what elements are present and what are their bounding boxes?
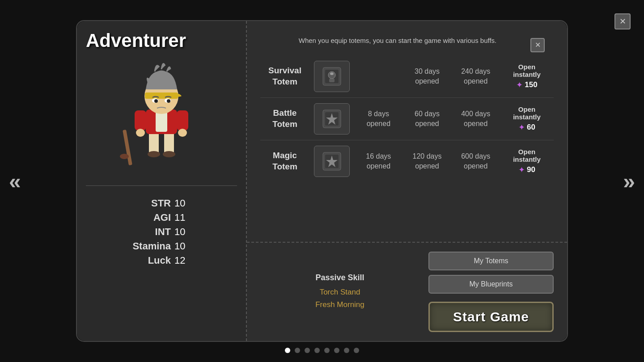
stat-value: 10 — [174, 226, 192, 238]
stat-row: INT 10 — [95, 226, 228, 238]
gem-icon: ✦ — [518, 122, 525, 132]
totem-table: SurvivalTotem 30 daysopened240 daysopene… — [260, 55, 554, 182]
right-buttons: My Totems My Blueprints Start Game — [428, 252, 554, 332]
close-button[interactable]: ✕ — [530, 38, 545, 52]
gem-row: ✦ 150 — [500, 80, 554, 90]
pagination-dot[interactable] — [354, 348, 359, 353]
character-art — [112, 60, 211, 177]
pagination-dot[interactable] — [314, 348, 320, 353]
my-blueprints-button[interactable]: My Blueprints — [428, 275, 554, 294]
modal-container: Adventurer — [76, 20, 568, 342]
stat-value: 10 — [174, 240, 192, 252]
stat-label: INT — [131, 226, 171, 238]
gem-count: 60 — [527, 123, 535, 132]
stat-value: 10 — [174, 198, 192, 209]
gem-icon: ✦ — [516, 80, 523, 90]
right-panel: When you equip totems, you can start the… — [247, 21, 567, 341]
svg-point-2 — [148, 151, 160, 157]
top-info-bar: When you equip totems, you can start the… — [260, 30, 554, 55]
totem-row: MagicTotem 16 daysopened120 daysopened60… — [260, 140, 554, 182]
open-instantly-label: Openinstantly — [500, 148, 554, 163]
svg-rect-5 — [156, 112, 167, 132]
stat-value: 12 — [174, 255, 192, 266]
pagination-dot[interactable] — [305, 348, 310, 353]
totem-name: MagicTotem — [260, 150, 309, 172]
outer-close-button[interactable]: ✕ — [614, 13, 631, 29]
bottom-section: Passive Skill Torch StandFresh Morning M… — [247, 242, 567, 341]
open-instantly-col[interactable]: Openinstantly ✦ 60 — [500, 105, 554, 132]
stat-row: AGI 11 — [95, 212, 228, 223]
totem-name: SurvivalTotem — [260, 65, 309, 87]
totem-days-col: 8 daysopened — [354, 109, 403, 129]
gem-icon: ✦ — [518, 165, 525, 175]
svg-rect-21 — [329, 79, 335, 82]
start-game-button[interactable]: Start Game — [428, 302, 554, 332]
pagination-dot[interactable] — [295, 348, 300, 353]
totem-days-col: 30 daysopened — [403, 67, 452, 87]
open-instantly-col[interactable]: Openinstantly ✦ 150 — [500, 63, 554, 90]
stats-section: STR 10AGI 11INT 10Stamina 10Luck 12 — [86, 190, 237, 274]
stat-label: STR — [131, 198, 171, 209]
svg-rect-10 — [123, 130, 132, 165]
gem-count: 150 — [525, 80, 537, 89]
svg-point-8 — [136, 129, 145, 137]
totem-icon-box[interactable] — [314, 103, 350, 135]
my-totems-button[interactable]: My Totems — [428, 252, 554, 270]
nav-arrow-left[interactable]: « — [9, 169, 21, 194]
skills-container: Torch StandFresh Morning — [260, 286, 419, 310]
pagination-dot[interactable] — [334, 348, 339, 353]
stat-label: AGI — [131, 212, 171, 223]
stat-row: Luck 12 — [95, 255, 228, 266]
totem-icon-box[interactable] — [314, 146, 350, 177]
stat-value: 11 — [174, 212, 192, 223]
svg-rect-13 — [145, 93, 178, 99]
svg-point-11 — [120, 154, 129, 159]
passive-skill-label: Passive Skill — [260, 273, 419, 282]
svg-point-17 — [167, 99, 170, 103]
stat-row: Stamina 10 — [95, 240, 228, 252]
skill-name: Torch Stand — [260, 286, 419, 298]
svg-point-16 — [154, 99, 158, 103]
info-text: When you equip totems, you can start the… — [269, 37, 526, 44]
totem-days-col: 600 daysopened — [451, 152, 500, 172]
totem-name: BattleTotem — [260, 108, 309, 130]
totem-days-col: 60 daysopened — [403, 109, 452, 129]
svg-point-9 — [178, 129, 187, 137]
character-divider — [86, 185, 237, 186]
pagination-dots — [285, 348, 359, 353]
open-instantly-col[interactable]: Openinstantly ✦ 90 — [500, 148, 554, 175]
nav-arrow-right[interactable]: » — [623, 169, 635, 194]
stat-row: STR 10 — [95, 198, 228, 209]
svg-rect-6 — [135, 110, 146, 130]
stat-label: Luck — [131, 255, 171, 266]
totem-days-col: 16 daysopened — [354, 152, 403, 172]
totem-row: SurvivalTotem 30 daysopened240 daysopene… — [260, 55, 554, 98]
totem-days-col: 400 daysopened — [451, 109, 500, 129]
gem-count: 90 — [527, 165, 535, 174]
stat-label: Stamina — [131, 240, 171, 252]
totem-icon-box[interactable] — [314, 61, 350, 92]
passive-skill-area: Passive Skill Torch StandFresh Morning — [260, 273, 419, 310]
pagination-dot[interactable] — [344, 348, 349, 353]
svg-rect-7 — [177, 110, 188, 130]
top-section: When you equip totems, you can start the… — [247, 21, 567, 242]
gem-row: ✦ 90 — [500, 165, 554, 175]
character-name: Adventurer — [86, 30, 186, 51]
pagination-dot[interactable] — [285, 348, 290, 353]
open-instantly-label: Openinstantly — [500, 105, 554, 121]
open-instantly-label: Openinstantly — [500, 63, 554, 78]
totem-days-col: 240 daysopened — [451, 67, 500, 87]
gem-row: ✦ 60 — [500, 122, 554, 132]
pagination-dot[interactable] — [324, 348, 330, 353]
totem-row: BattleTotem 8 daysopened60 daysopened400… — [260, 98, 554, 140]
skill-name: Fresh Morning — [260, 299, 419, 311]
svg-point-3 — [163, 151, 175, 157]
left-panel: Adventurer — [77, 21, 247, 341]
svg-point-22 — [330, 72, 334, 75]
totem-days-col: 120 daysopened — [403, 152, 452, 172]
